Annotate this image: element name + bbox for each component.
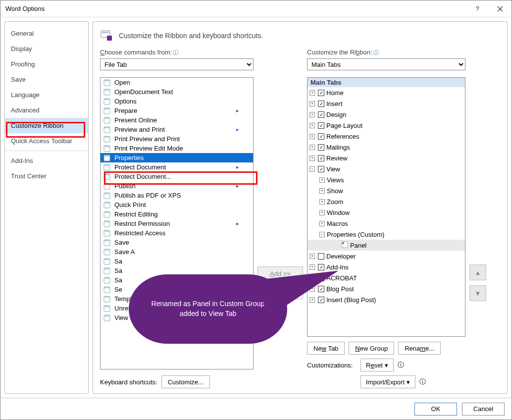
move-down-button[interactable]: ▼ <box>469 285 486 301</box>
tree-tab-node[interactable]: ✓References <box>307 131 465 142</box>
close-button[interactable] <box>489 0 512 17</box>
expand-toggle[interactable] <box>309 112 315 117</box>
tree-group-node[interactable]: Zoom <box>307 196 465 207</box>
command-icon <box>102 79 111 87</box>
tree-tab-node[interactable]: ✓Review <box>307 153 465 163</box>
command-item[interactable]: Present Online <box>101 115 253 125</box>
checkbox[interactable]: ✓ <box>318 133 324 140</box>
sidebar-item-advanced[interactable]: Advanced <box>5 103 88 118</box>
checkbox[interactable]: ✓ <box>318 166 324 172</box>
expand-toggle[interactable] <box>309 166 315 172</box>
tree-group-node[interactable]: Views <box>307 174 465 185</box>
expand-toggle[interactable] <box>309 156 315 161</box>
command-item[interactable]: Protect Document▸ <box>101 162 253 172</box>
command-item[interactable]: Prepare▸ <box>101 106 253 115</box>
tree-label: Page Layout <box>326 122 362 129</box>
tree-command-node[interactable]: Panel <box>307 240 465 251</box>
command-item[interactable]: Publish as PDF or XPS <box>101 191 253 200</box>
command-item[interactable]: Open <box>101 78 253 87</box>
tree-group-node[interactable]: Properties (Custom) <box>307 229 465 240</box>
info-icon[interactable]: ⓘ <box>419 377 426 386</box>
command-label: Present Online <box>114 116 157 124</box>
tree-tab-node[interactable]: Developer <box>307 251 465 262</box>
info-icon[interactable]: ⓘ <box>373 50 379 55</box>
checkbox[interactable]: ✓ <box>318 122 324 129</box>
command-item[interactable]: Save A <box>101 247 253 257</box>
cancel-button[interactable]: Cancel <box>462 403 505 416</box>
customizations-label: Customizations: <box>307 362 357 369</box>
expand-toggle[interactable] <box>319 199 325 205</box>
tree-group-node[interactable]: Window <box>307 207 465 218</box>
sidebar-item-qat[interactable]: Quick Access Toolbar <box>5 133 88 149</box>
expand-toggle[interactable] <box>319 188 325 194</box>
command-item[interactable]: Print Preview Edit Mode <box>101 144 253 153</box>
tree-tab-node[interactable]: ✓Page Layout <box>307 120 465 131</box>
sidebar-item-trust-center[interactable]: Trust Center <box>5 168 88 184</box>
command-label: Restrict Editing <box>114 210 157 218</box>
command-item[interactable]: Preview and Print▸ <box>101 125 253 134</box>
customize-shortcuts-button[interactable]: Customize... <box>161 375 210 388</box>
command-item[interactable]: Save <box>101 238 253 247</box>
help-button[interactable]: ? <box>466 0 489 17</box>
tree-tab-node[interactable]: ✓Insert <box>307 98 465 109</box>
sidebar-item-general[interactable]: General <box>5 26 88 41</box>
expand-toggle[interactable] <box>319 210 325 215</box>
sidebar-item-customize-ribbon[interactable]: Customize Ribbon <box>5 118 88 133</box>
reset-button[interactable]: Reset ▾ <box>360 359 394 371</box>
expand-toggle[interactable] <box>309 134 315 139</box>
ribbon-target-select[interactable]: Main Tabs <box>307 58 465 70</box>
move-up-button[interactable]: ▲ <box>469 264 486 280</box>
expand-toggle[interactable] <box>309 145 315 150</box>
import-export-button[interactable]: Import/Export ▾ <box>360 375 415 388</box>
command-item[interactable]: Restricted Access <box>101 228 253 238</box>
new-group-button[interactable]: New Group <box>349 342 394 355</box>
checkbox[interactable]: ✓ <box>318 144 324 151</box>
new-tab-button[interactable]: New Tab <box>307 342 345 355</box>
info-icon[interactable]: ⓘ <box>398 361 404 369</box>
sidebar-item-language[interactable]: Language <box>5 87 88 103</box>
checkbox[interactable] <box>318 253 324 260</box>
sidebar-item-proofing[interactable]: Proofing <box>5 56 88 72</box>
tree-group-node[interactable]: Show <box>307 185 465 196</box>
tree-tab-node[interactable]: ✓Design <box>307 109 465 120</box>
command-item[interactable]: Publish▸ <box>101 181 253 191</box>
expand-toggle[interactable] <box>309 123 315 128</box>
commands-from-select[interactable]: File Tab <box>100 58 254 70</box>
tree-tab-node[interactable]: ✓Mailings <box>307 142 465 153</box>
checkbox[interactable]: ✓ <box>318 155 324 161</box>
tree-tab-node[interactable]: ✓View <box>307 163 465 174</box>
expand-toggle[interactable] <box>319 177 325 183</box>
command-item[interactable]: Restrict Editing <box>101 210 253 219</box>
expand-toggle[interactable] <box>319 221 325 226</box>
command-icon <box>102 220 111 228</box>
expand-toggle[interactable] <box>309 254 315 259</box>
command-item[interactable]: Restrict Permission▸ <box>101 219 253 228</box>
expand-toggle[interactable] <box>309 264 315 270</box>
sidebar-item-save[interactable]: Save <box>5 72 88 87</box>
checkbox[interactable]: ✓ <box>318 90 324 96</box>
command-item[interactable]: OpenDocument Text <box>101 87 253 97</box>
sidebar-item-display[interactable]: Display <box>5 41 88 56</box>
command-item[interactable]: Properties <box>101 153 253 162</box>
tree-group-node[interactable]: Macros <box>307 218 465 229</box>
checkbox[interactable]: ✓ <box>318 111 324 118</box>
expand-toggle[interactable] <box>309 101 315 106</box>
word-options-window: Word Options ? General Display Proofing … <box>0 0 512 420</box>
ok-button[interactable]: OK <box>414 403 457 416</box>
submenu-arrow-icon: ▸ <box>236 126 239 133</box>
svg-rect-19 <box>104 155 110 157</box>
command-item[interactable]: Sa <box>101 257 253 266</box>
sidebar-item-addins[interactable]: Add-Ins <box>5 153 88 168</box>
info-icon[interactable]: ⓘ <box>173 50 178 55</box>
command-item[interactable]: Quick Print <box>101 200 253 210</box>
expand-toggle[interactable] <box>319 232 325 237</box>
tree-label: View <box>326 165 340 173</box>
command-item[interactable]: Protect Document... <box>101 172 253 181</box>
checkbox[interactable]: ✓ <box>318 101 324 107</box>
command-item[interactable]: Options <box>101 97 253 106</box>
rename-button[interactable]: Rename... <box>398 342 441 355</box>
expand-toggle[interactable] <box>309 90 315 96</box>
command-label: Publish <box>114 182 136 190</box>
tree-tab-node[interactable]: ✓Home <box>307 87 465 98</box>
command-item[interactable]: Print Preview and Print <box>101 134 253 144</box>
